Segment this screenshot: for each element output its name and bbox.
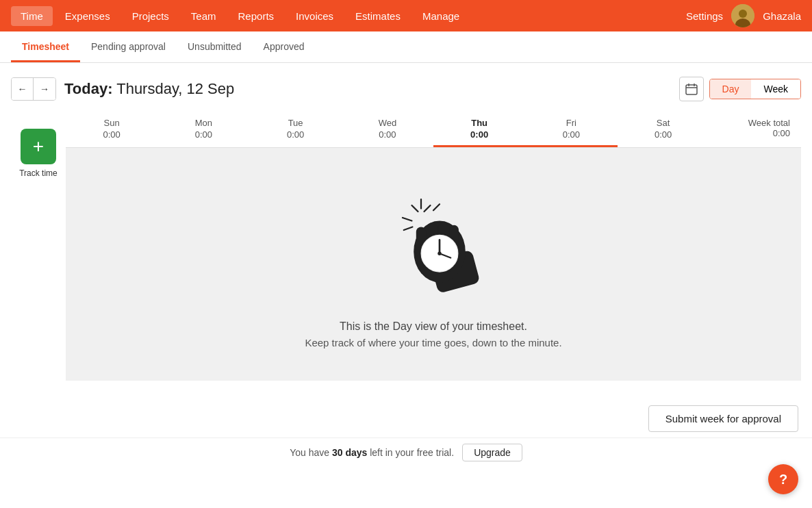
prev-arrow[interactable]: ← [12, 78, 34, 100]
svg-point-1 [739, 10, 747, 18]
day-sat-name: Sat [624, 118, 702, 128]
tab-unsubmitted[interactable]: Unsubmitted [177, 33, 253, 62]
day-thu-name: Thu [440, 118, 518, 128]
settings-link[interactable]: Settings [686, 10, 723, 22]
day-thu-total: 0:00 [440, 129, 518, 140]
username-label: Ghazala [763, 10, 801, 22]
track-time-label: Track time [19, 168, 58, 178]
content-area: + Track time Sun 0:00 Mon 0:00 Tue 0:00 [11, 112, 801, 381]
today-label: Today: [64, 80, 112, 97]
date-nav-arrows: ← → [11, 77, 56, 101]
day-wed-name: Wed [348, 118, 427, 128]
trial-before: You have [290, 447, 332, 458]
nav-right: Settings Ghazala [686, 4, 801, 27]
nav-team[interactable]: Team [181, 6, 226, 26]
empty-line1: This is the Day view of your timesheet. [340, 320, 527, 333]
day-mon: Mon 0:00 [157, 112, 249, 147]
day-tue-total: 0:00 [257, 129, 335, 140]
day-sat: Sat 0:00 [618, 112, 709, 147]
day-wed: Wed 0:00 [342, 112, 433, 147]
upgrade-button[interactable]: Upgrade [462, 444, 522, 461]
main-content: ← → Today: Thursday, 12 Sep Day Week [0, 63, 812, 394]
svg-line-9 [424, 205, 431, 212]
view-controls: Day Week [679, 77, 801, 101]
sub-nav: Timesheet Pending approval Unsubmitted A… [0, 31, 812, 63]
day-sat-total: 0:00 [624, 129, 702, 140]
day-wed-total: 0:00 [348, 129, 427, 140]
day-view-button[interactable]: Day [710, 79, 752, 99]
day-tue-name: Tue [257, 118, 335, 128]
svg-line-7 [412, 205, 418, 212]
trial-days: 30 days [332, 447, 367, 458]
nav-expenses[interactable]: Expenses [55, 6, 120, 26]
week-view-button[interactable]: Week [751, 79, 800, 99]
trial-text: You have 30 days left in your free trial… [290, 447, 454, 458]
top-nav: Time Expenses Projects Team Reports Invo… [0, 0, 812, 31]
nav-projects[interactable]: Projects [123, 6, 179, 26]
svg-line-12 [433, 204, 440, 210]
day-sun-name: Sun [73, 118, 151, 128]
right-content: Sun 0:00 Mon 0:00 Tue 0:00 Wed 0:00 Thu [66, 112, 801, 381]
day-fri-name: Fri [532, 118, 610, 128]
day-thu: Thu 0:00 [433, 112, 525, 147]
day-sun: Sun 0:00 [66, 112, 157, 147]
nav-time[interactable]: Time [11, 6, 53, 26]
timesheet-illustration [372, 181, 495, 304]
day-fri: Fri 0:00 [525, 112, 617, 147]
tab-timesheet[interactable]: Timesheet [11, 33, 80, 62]
week-total: Week total 0:00 [709, 112, 801, 147]
day-mon-total: 0:00 [164, 129, 242, 140]
nav-invoices[interactable]: Invoices [286, 6, 343, 26]
left-sidebar: + Track time [11, 112, 66, 381]
tab-approved[interactable]: Approved [253, 33, 316, 62]
day-sun-total: 0:00 [73, 129, 151, 140]
trial-after: left in your free trial. [367, 447, 454, 458]
svg-rect-3 [686, 85, 697, 94]
next-arrow[interactable]: → [34, 78, 55, 100]
nav-estimates[interactable]: Estimates [346, 6, 410, 26]
submit-week-button[interactable]: Submit week for approval [648, 405, 798, 432]
calendar-picker-button[interactable] [679, 77, 704, 101]
empty-line2: Keep track of where your time goes, down… [305, 337, 561, 348]
nav-reports[interactable]: Reports [229, 6, 284, 26]
day-mon-name: Mon [164, 118, 242, 128]
svg-line-10 [403, 218, 412, 221]
week-total-label: Week total [709, 118, 790, 128]
view-toggle: Day Week [709, 79, 801, 99]
day-tue: Tue 0:00 [250, 112, 342, 147]
date-bar: ← → Today: Thursday, 12 Sep Day Week [11, 77, 801, 101]
week-total-value: 0:00 [709, 128, 790, 138]
date-value: Thursday, 12 Sep [116, 80, 234, 97]
footer-bar: Submit week for approval [0, 394, 812, 437]
trial-bar: You have 30 days left in your free trial… [0, 437, 812, 467]
day-fri-total: 0:00 [532, 129, 610, 140]
calendar-icon [685, 83, 698, 95]
tab-pending-approval[interactable]: Pending approval [80, 33, 177, 62]
week-grid: Sun 0:00 Mon 0:00 Tue 0:00 Wed 0:00 Thu [66, 112, 801, 148]
date-title: Today: Thursday, 12 Sep [64, 80, 234, 98]
svg-point-23 [437, 251, 441, 255]
nav-manage[interactable]: Manage [413, 6, 469, 26]
svg-line-11 [404, 227, 413, 230]
track-time-section: + Track time [14, 120, 63, 186]
avatar[interactable] [731, 4, 754, 27]
empty-state: This is the Day view of your timesheet. … [66, 148, 801, 381]
track-time-button[interactable]: + [21, 129, 56, 164]
